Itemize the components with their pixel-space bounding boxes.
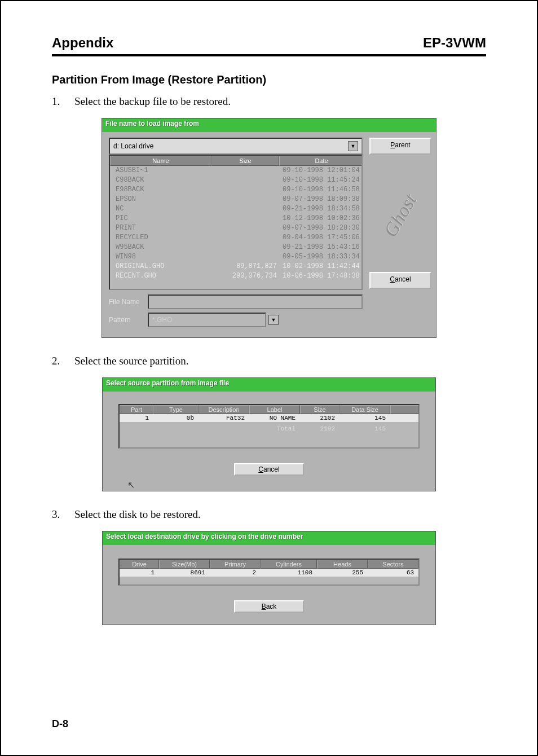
list-item[interactable]: ORIGINAL.GHO89,871,82710-02-1998 11:42:4…	[110, 262, 361, 271]
col-primary[interactable]: Primary	[210, 560, 261, 569]
cursor-icon: ↖	[127, 480, 140, 487]
file-name-label: File Name	[109, 298, 145, 306]
step3-num: 3.	[52, 508, 64, 521]
list-item[interactable]: W95BACK09-21-1998 15:43:16	[110, 243, 361, 252]
step2-text: Select the source partition.	[74, 355, 189, 367]
cancel-button[interactable]: Cancel	[234, 463, 304, 476]
list-item[interactable]: NC09-21-1998 18:34:58	[110, 204, 361, 214]
dialog1-title: File name to load image from	[102, 118, 436, 132]
pattern-value: *.GHO	[152, 316, 172, 324]
table-row[interactable]: 1 0b Fat32 NO NAME 2102 145	[120, 414, 418, 422]
col-part[interactable]: Part	[120, 405, 153, 414]
col-size[interactable]: Size	[211, 156, 279, 166]
parent-button[interactable]: Parent	[369, 138, 431, 155]
drive-dropdown[interactable]: d: Local drive ▼	[109, 138, 363, 155]
col-label[interactable]: Label	[249, 405, 300, 414]
dialog3-title: Select local destination drive by clicki…	[103, 531, 435, 545]
col-size[interactable]: Size	[300, 405, 339, 414]
file-name-input[interactable]	[148, 295, 363, 309]
pattern-select[interactable]: *.GHO	[148, 313, 266, 327]
back-button[interactable]: Back	[234, 600, 304, 613]
page-number: D-8	[52, 718, 68, 730]
step2-num: 2.	[52, 355, 64, 367]
list-item[interactable]: WIN9809-05-1998 18:33:34	[110, 252, 361, 262]
header-right: EP-3VWM	[423, 35, 486, 51]
col-heads[interactable]: Heads	[317, 560, 368, 569]
col-date[interactable]: Date	[279, 156, 363, 166]
drive-table[interactable]: Drive Size(Mb) Primary Cylinders Heads S…	[118, 559, 420, 586]
step1-num: 1.	[52, 95, 64, 108]
file-list[interactable]: Name Size Date ASUSBI~109-10-1998 12:01:…	[109, 155, 363, 290]
cancel-button[interactable]: Cancel	[369, 272, 431, 289]
dialog-destination-drive: Select local destination drive by clicki…	[102, 531, 436, 625]
list-item[interactable]: PRINT09-07-1998 18:28:30	[110, 223, 361, 233]
col-sectors[interactable]: Sectors	[368, 560, 418, 569]
step3-text: Select the disk to be restored.	[74, 508, 201, 521]
header-left: Appendix	[52, 35, 113, 51]
col-desc[interactable]: Description	[199, 405, 249, 414]
table-row[interactable]: 1 8691 2 1108 255 63	[120, 569, 418, 577]
list-item[interactable]: C98BACK09-10-1998 11:45:24	[110, 175, 361, 185]
pattern-label: Pattern	[109, 316, 145, 324]
drive-dropdown-value: d: Local drive	[113, 142, 153, 150]
section-title: Partition From Image (Restore Partition)	[52, 73, 486, 86]
total-row: Total 2102 145	[120, 422, 418, 433]
dialog2-title: Select source partition from image file	[103, 378, 435, 392]
list-item[interactable]: PIC10-12-1998 10:02:36	[110, 214, 361, 223]
col-name[interactable]: Name	[110, 156, 211, 166]
col-type[interactable]: Type	[153, 405, 199, 414]
step1-text: Select the backup file to be restored.	[74, 95, 231, 108]
list-item[interactable]: RECENT.GHO290,076,73410-06-1998 17:48:38	[110, 271, 361, 281]
list-item[interactable]: EPSON09-07-1998 18:09:38	[110, 195, 361, 204]
list-item[interactable]: E98BACK09-10-1998 11:46:58	[110, 185, 361, 195]
chevron-down-icon[interactable]: ▼	[348, 141, 358, 151]
dialog-source-partition: Select source partition from image file …	[102, 377, 436, 491]
list-item[interactable]: ASUSBI~109-10-1998 12:01:04	[110, 166, 361, 175]
list-item[interactable]: RECYCLED09-04-1998 17:45:06	[110, 233, 361, 243]
col-cyl[interactable]: Cylinders	[261, 560, 317, 569]
partition-table[interactable]: Part Type Description Label Size Data Si…	[118, 404, 420, 449]
chevron-down-icon[interactable]: ▼	[268, 315, 279, 325]
dialog-load-image: File name to load image from d: Local dr…	[102, 118, 436, 338]
col-sizemb[interactable]: Size(Mb)	[159, 560, 210, 569]
col-drive[interactable]: Drive	[120, 560, 159, 569]
col-data[interactable]: Data Size	[339, 405, 390, 414]
header-rule	[52, 54, 486, 56]
